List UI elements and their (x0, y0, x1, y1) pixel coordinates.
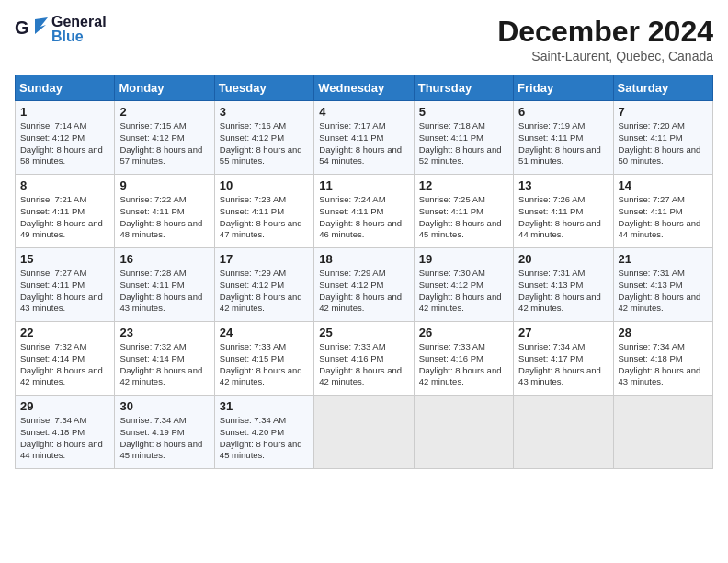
calendar-empty (414, 396, 513, 469)
logo-text-line2: Blue (51, 29, 107, 44)
logo-text-line1: General (51, 15, 107, 29)
svg-marker-1 (35, 17, 48, 34)
logo: G General Blue (15, 15, 107, 44)
calendar-empty (613, 396, 712, 469)
calendar-day-16: 16Sunrise: 7:28 AMSunset: 4:11 PMDayligh… (115, 248, 214, 322)
calendar-day-3: 3Sunrise: 7:16 AMSunset: 4:12 PMDaylight… (214, 101, 313, 175)
calendar-day-24: 24Sunrise: 7:33 AMSunset: 4:15 PMDayligh… (214, 322, 313, 396)
calendar-day-12: 12Sunrise: 7:25 AMSunset: 4:11 PMDayligh… (414, 175, 513, 248)
calendar-day-1: 1Sunrise: 7:14 AMSunset: 4:12 PMDaylight… (16, 101, 115, 175)
calendar-day-4: 4Sunrise: 7:17 AMSunset: 4:11 PMDaylight… (314, 101, 414, 175)
calendar-week-3: 22Sunrise: 7:32 AMSunset: 4:14 PMDayligh… (16, 322, 713, 396)
calendar-table: SundayMondayTuesdayWednesdayThursdayFrid… (15, 75, 713, 469)
calendar-week-2: 15Sunrise: 7:27 AMSunset: 4:11 PMDayligh… (16, 248, 713, 322)
calendar-day-22: 22Sunrise: 7:32 AMSunset: 4:14 PMDayligh… (16, 322, 115, 396)
calendar-empty (314, 396, 414, 469)
calendar-day-23: 23Sunrise: 7:32 AMSunset: 4:14 PMDayligh… (115, 322, 214, 396)
calendar-day-17: 17Sunrise: 7:29 AMSunset: 4:12 PMDayligh… (214, 248, 313, 322)
calendar-day-30: 30Sunrise: 7:34 AMSunset: 4:19 PMDayligh… (115, 396, 214, 469)
calendar-title: December 2024 (497, 15, 713, 49)
calendar-day-5: 5Sunrise: 7:18 AMSunset: 4:11 PMDaylight… (414, 101, 513, 175)
header: G General Blue December 2024 Saint-Laure… (15, 15, 713, 63)
calendar-body: 1Sunrise: 7:14 AMSunset: 4:12 PMDaylight… (16, 101, 713, 469)
svg-text:G: G (15, 17, 29, 38)
weekday-header-sunday: Sunday (16, 75, 115, 101)
calendar-day-6: 6Sunrise: 7:19 AMSunset: 4:11 PMDaylight… (514, 101, 613, 175)
calendar-week-4: 29Sunrise: 7:34 AMSunset: 4:18 PMDayligh… (16, 396, 713, 469)
weekday-header-tuesday: Tuesday (214, 75, 313, 101)
calendar-day-19: 19Sunrise: 7:30 AMSunset: 4:12 PMDayligh… (414, 248, 513, 322)
weekday-header-saturday: Saturday (613, 75, 712, 101)
calendar-day-13: 13Sunrise: 7:26 AMSunset: 4:11 PMDayligh… (514, 175, 613, 248)
calendar-day-28: 28Sunrise: 7:34 AMSunset: 4:18 PMDayligh… (613, 322, 712, 396)
calendar-day-14: 14Sunrise: 7:27 AMSunset: 4:11 PMDayligh… (613, 175, 712, 248)
calendar-day-20: 20Sunrise: 7:31 AMSunset: 4:13 PMDayligh… (514, 248, 613, 322)
calendar-day-7: 7Sunrise: 7:20 AMSunset: 4:11 PMDaylight… (613, 101, 712, 175)
calendar-day-11: 11Sunrise: 7:24 AMSunset: 4:11 PMDayligh… (314, 175, 414, 248)
weekday-header-friday: Friday (514, 75, 613, 101)
weekday-header-thursday: Thursday (414, 75, 513, 101)
calendar-day-15: 15Sunrise: 7:27 AMSunset: 4:11 PMDayligh… (16, 248, 115, 322)
calendar-day-29: 29Sunrise: 7:34 AMSunset: 4:18 PMDayligh… (16, 396, 115, 469)
weekday-header-wednesday: Wednesday (314, 75, 414, 101)
calendar-day-27: 27Sunrise: 7:34 AMSunset: 4:17 PMDayligh… (514, 322, 613, 396)
calendar-day-25: 25Sunrise: 7:33 AMSunset: 4:16 PMDayligh… (314, 322, 414, 396)
calendar-empty (514, 396, 613, 469)
calendar-day-10: 10Sunrise: 7:23 AMSunset: 4:11 PMDayligh… (214, 175, 313, 248)
calendar-subtitle: Saint-Laurent, Quebec, Canada (497, 49, 713, 63)
calendar-week-0: 1Sunrise: 7:14 AMSunset: 4:12 PMDaylight… (16, 101, 713, 175)
calendar-day-21: 21Sunrise: 7:31 AMSunset: 4:13 PMDayligh… (613, 248, 712, 322)
calendar-day-31: 31Sunrise: 7:34 AMSunset: 4:20 PMDayligh… (214, 396, 313, 469)
title-area: December 2024 Saint-Laurent, Quebec, Can… (497, 15, 713, 63)
calendar-day-9: 9Sunrise: 7:22 AMSunset: 4:11 PMDaylight… (115, 175, 214, 248)
calendar-day-8: 8Sunrise: 7:21 AMSunset: 4:11 PMDaylight… (16, 175, 115, 248)
calendar-day-18: 18Sunrise: 7:29 AMSunset: 4:12 PMDayligh… (314, 248, 414, 322)
weekday-header-monday: Monday (115, 75, 214, 101)
logo-icon: G (15, 16, 48, 43)
calendar-header-row: SundayMondayTuesdayWednesdayThursdayFrid… (16, 75, 713, 101)
calendar-week-1: 8Sunrise: 7:21 AMSunset: 4:11 PMDaylight… (16, 175, 713, 248)
calendar-day-26: 26Sunrise: 7:33 AMSunset: 4:16 PMDayligh… (414, 322, 513, 396)
calendar-day-2: 2Sunrise: 7:15 AMSunset: 4:12 PMDaylight… (115, 101, 214, 175)
